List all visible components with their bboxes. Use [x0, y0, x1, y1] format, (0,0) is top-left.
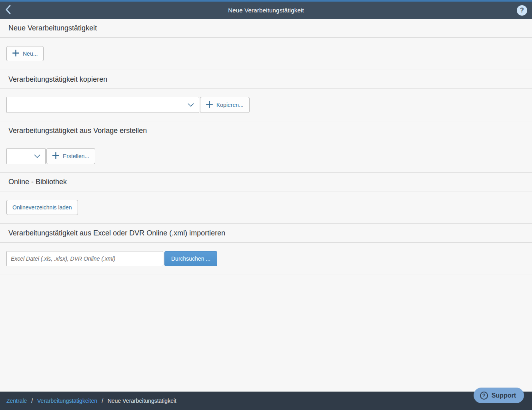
section-heading-template: Verarbeitungstätigkeit aus Vorlage erste… [0, 121, 532, 140]
chevron-down-icon [34, 153, 40, 160]
copy-button-label: Kopieren... [216, 102, 244, 108]
footer-breadcrumb-bar: Zentrale / Verarbeitungstätigkeiten / Ne… [0, 392, 532, 410]
plus-icon [12, 50, 19, 58]
breadcrumb-link-zentrale[interactable]: Zentrale [6, 398, 27, 404]
section-heading-online: Online - Bibliothek [0, 173, 532, 191]
section-heading-import: Verarbeitungstätigkeit aus Excel oder DV… [0, 224, 532, 243]
new-button[interactable]: Neu... [6, 46, 44, 61]
create-from-template-button-label: Erstellen... [63, 153, 89, 159]
copy-source-combobox[interactable] [6, 97, 199, 113]
load-online-directory-button[interactable]: Onlineverzeichnis laden [6, 200, 78, 215]
breadcrumb-link-verarbeitungstaetigkeiten[interactable]: Verarbeitungstätigkeiten [37, 398, 97, 404]
question-circle-icon: ? [480, 392, 488, 400]
section-heading-new: Neue Verarbeitungstätigkeit [0, 19, 532, 38]
plus-icon [206, 101, 213, 109]
help-icon[interactable]: ? [517, 5, 527, 16]
section-content-online: Onlineverzeichnis laden [0, 191, 532, 224]
template-combobox[interactable] [6, 148, 46, 164]
new-button-label: Neu... [23, 50, 38, 57]
browse-button[interactable]: Durchsuchen ... [164, 251, 217, 266]
shell-header: Neue Verarbeitungstätigkeit ? [0, 2, 532, 19]
support-button-label: Support [492, 392, 516, 399]
section-content-import: Durchsuchen ... [0, 243, 532, 275]
breadcrumb: Zentrale / Verarbeitungstätigkeiten / Ne… [6, 398, 176, 404]
chevron-left-icon [5, 4, 11, 16]
breadcrumb-separator: / [102, 398, 103, 404]
section-content-template: Erstellen... [0, 140, 532, 173]
plus-icon [52, 152, 59, 160]
page-title: Neue Verarbeitungstätigkeit [0, 7, 532, 14]
empty-area [0, 275, 532, 388]
copy-button[interactable]: Kopieren... [200, 97, 250, 113]
create-from-template-button[interactable]: Erstellen... [46, 148, 95, 164]
load-online-directory-button-label: Onlineverzeichnis laden [12, 204, 72, 211]
import-file-input[interactable] [6, 251, 163, 266]
section-heading-copy: Verarbeitungstätigkeit kopieren [0, 70, 532, 89]
back-button[interactable] [0, 2, 16, 19]
chevron-down-icon [188, 101, 194, 109]
breadcrumb-separator: / [31, 398, 33, 404]
section-content-copy: Kopieren... [0, 89, 532, 121]
section-content-new: Neu... [0, 38, 532, 70]
breadcrumb-current: Neue Verarbeitungstätigkeit [108, 398, 176, 404]
support-button[interactable]: ? Support [474, 388, 524, 403]
